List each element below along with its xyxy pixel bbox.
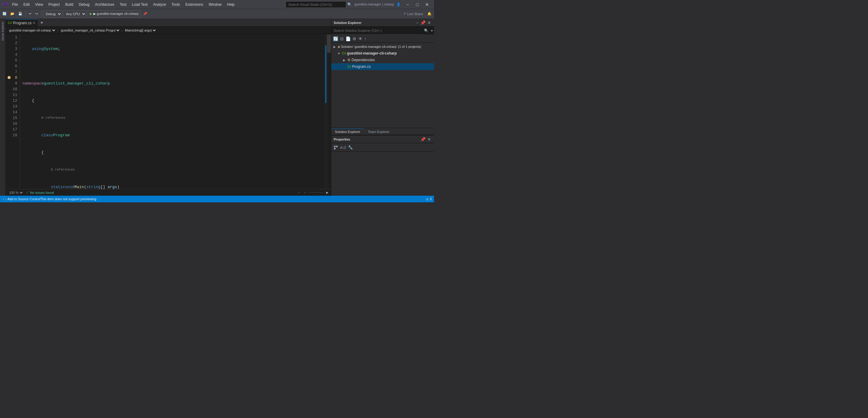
svg-rect-1 (336, 146, 338, 147)
menu-window[interactable]: Window (207, 2, 224, 7)
tab-close-button[interactable]: ✕ (33, 21, 35, 25)
collapse-all-button[interactable]: ⊟ (339, 36, 344, 41)
live-share-icon: ↗ (403, 12, 406, 16)
menu-extensions[interactable]: Extensions (183, 2, 206, 7)
menu-build[interactable]: Build (63, 2, 76, 7)
line-num-4: 4 (5, 52, 17, 58)
title-bar-right: 🔍 guestlist-manager ⟨ csharp 👤 − □ ✕ (285, 1, 432, 8)
search-input[interactable] (285, 1, 346, 8)
breadcrumb-method-select[interactable]: Main(string[] args) (124, 27, 157, 33)
live-share-button[interactable]: ↗ Live Share (401, 11, 425, 17)
properties-content (331, 152, 434, 196)
properties-panel: Properties 📌 ✕ A↕Z 🔧 (331, 135, 434, 196)
menu-tools[interactable]: Tools (169, 2, 182, 7)
open-file-button[interactable]: 📂 (9, 10, 16, 18)
refresh-button[interactable]: 🔄 (333, 36, 339, 41)
profile-icon[interactable]: 👤 (396, 2, 401, 6)
code-line-8: 0 references (23, 167, 325, 173)
tab-team-explorer[interactable]: Team Explorer (364, 129, 393, 135)
new-tab-button[interactable]: + (39, 19, 44, 26)
solution-file-icon: ◈ (338, 45, 340, 49)
new-project-button[interactable]: 🔄 (1, 10, 8, 18)
program-cs-node[interactable]: C# Program.cs (331, 63, 434, 70)
maximize-button[interactable]: □ (413, 1, 422, 8)
tab-program-cs[interactable]: C# Program.cs ✕ (5, 19, 38, 26)
undo-button[interactable]: ↩ (28, 10, 33, 18)
pin-button[interactable]: 📌 (142, 10, 149, 18)
show-all-files-button[interactable]: 📄 (345, 36, 351, 41)
menu-architecture[interactable]: Architecture (92, 2, 117, 7)
dependencies-node[interactable]: ▶ ⚙ Dependencies (331, 57, 434, 63)
cpu-config-select[interactable]: Any CPU (63, 10, 86, 18)
dependencies-expand-icon[interactable]: ▶ (342, 58, 346, 62)
solution-expand-icon[interactable]: ▶ (333, 44, 337, 49)
notifications-button[interactable]: 🔔 (426, 10, 433, 18)
start-button[interactable]: ▶ ▶ guestlist-manager-cli-csharp (88, 10, 141, 18)
line-num-10: 10 (5, 86, 17, 92)
properties-button[interactable]: ⚙ (352, 36, 357, 41)
props-alphabetical-button[interactable]: A↕Z (340, 144, 346, 151)
props-categorized-button[interactable] (333, 144, 339, 151)
code-line-7: { (23, 150, 325, 155)
close-button[interactable]: ✕ (423, 1, 432, 8)
source-control-label: ↑ Add to Source Control (5, 197, 40, 201)
breadcrumb-arrow-1: › (57, 29, 59, 32)
properties-close-button[interactable]: ✕ (427, 137, 432, 142)
scroll-position: ─────── (309, 191, 324, 194)
editor-scrollbar[interactable] (327, 34, 331, 189)
menu-edit[interactable]: Edit (21, 2, 32, 7)
solution-tree: ▶ ◈ Solution 'guestlist-manager-cli-csha… (331, 43, 434, 128)
categorized-icon (334, 146, 338, 150)
properties-pin-button[interactable]: 📌 (420, 137, 426, 142)
menu-test[interactable]: Test (117, 2, 129, 7)
debug-config-select[interactable]: Debug (43, 10, 62, 18)
solution-label: Solution 'guestlist-manager-cli-csharp' … (341, 45, 421, 49)
menu-load-test[interactable]: Load Test (129, 2, 150, 7)
csharp-file-icon: C# (8, 21, 12, 25)
scroll-right-button[interactable]: ▶ (326, 191, 329, 194)
redo-button[interactable]: ↪ (34, 10, 39, 18)
solution-search-options-button[interactable]: ▼ (430, 29, 434, 32)
breadcrumb-namespace-select[interactable]: guestlist-manager-cli-csharp (8, 27, 56, 33)
line-num-12: 12 (5, 98, 17, 104)
save-button[interactable]: 💾 (17, 10, 24, 18)
solution-toolbar: 🔄 ⊟ 📄 ⚙ 👁 ↑ (331, 35, 434, 43)
code-line-4: { (23, 98, 325, 104)
menu-debug[interactable]: Debug (76, 2, 92, 7)
zoom-select[interactable]: 100 % (8, 191, 24, 195)
source-control-button[interactable]: ↑ (364, 36, 367, 41)
menu-view[interactable]: View (33, 2, 45, 7)
code-content[interactable]: using System; namespace guestlist_manage… (20, 34, 325, 189)
menu-analyze[interactable]: Analyze (151, 2, 168, 7)
menu-file[interactable]: File (10, 2, 20, 7)
tab-label: Program.cs (13, 21, 32, 25)
navigate-forward-button[interactable]: → (303, 191, 306, 194)
warning-status[interactable]: ⚠ 3 (426, 197, 432, 201)
solution-explorer-title: Solution Explorer (334, 21, 362, 25)
panel-close-button[interactable]: ✕ (427, 20, 432, 25)
line-num-16: 16 (5, 121, 17, 127)
menu-project[interactable]: Project (46, 2, 62, 7)
project-node[interactable]: ▼ C# guestlist-manager-cli-csharp (331, 50, 434, 57)
bottom-left: 100 % ✓ No issues found (8, 191, 54, 195)
project-expand-icon[interactable]: ▼ (337, 51, 341, 56)
solution-search-input[interactable] (331, 27, 423, 35)
left-sidebar: Server Explorer (0, 19, 5, 196)
breadcrumb-class-select[interactable]: guestlist_manager_cli_csharp.Program (60, 27, 120, 33)
solution-node[interactable]: ▶ ◈ Solution 'guestlist-manager-cli-csha… (331, 43, 434, 50)
navigate-back-button[interactable]: ← (298, 191, 301, 194)
tab-solution-explorer[interactable]: Solution Explorer (331, 128, 364, 135)
code-editor: 1 2 ⊟ 3 4 5 ⊟ 6 7 ⊟ 8 9 (5, 34, 331, 189)
props-wrench-button[interactable]: 🔧 (347, 144, 354, 151)
line-num-15: 15 (5, 115, 17, 121)
preview-button[interactable]: 👁 (358, 36, 363, 41)
source-control-status[interactable]: ↑ ↑ Add to Source Control (2, 197, 40, 201)
menu-bar: File Edit View Project Build Debug Archi… (10, 2, 237, 7)
properties-header: Properties 📌 ✕ (331, 135, 434, 143)
panel-pin-button[interactable]: 📌 (420, 20, 426, 25)
menu-help[interactable]: Help (224, 2, 237, 7)
server-explorer-tab[interactable]: Server Explorer (1, 20, 5, 43)
minimize-button[interactable]: − (403, 1, 412, 8)
panel-collapse-button[interactable]: − (415, 20, 419, 25)
scroll-thumb[interactable] (327, 35, 331, 53)
